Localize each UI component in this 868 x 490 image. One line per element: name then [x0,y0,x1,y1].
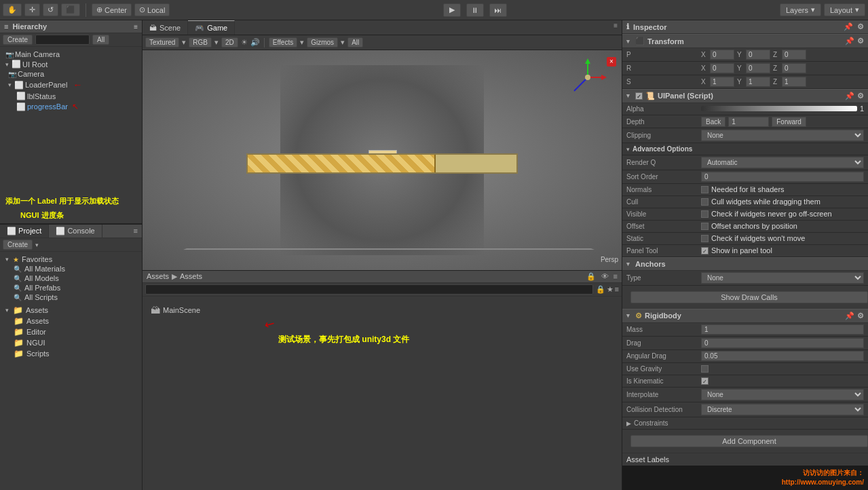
uipanel-enabled-checkbox[interactable] [635,92,643,100]
constraints-expand-icon[interactable]: ▶ [626,420,631,427]
depth-back-btn[interactable]: Back [701,117,725,127]
play-btn[interactable]: ▶ [443,3,461,17]
sort-order-input[interactable] [701,172,864,182]
depth-forward-btn[interactable]: Forward [772,117,806,127]
eye-icon[interactable]: 👁 [601,272,609,280]
fav-all-prefabs[interactable]: 🔍 All Prefabs [0,283,142,293]
scene-tab[interactable]: 🏔 Scene [143,20,188,35]
project-favorites[interactable]: ▾ ★ Favorites [0,255,142,264]
asset-search-input[interactable] [145,284,593,295]
asset-icon-1[interactable]: 🔒 [596,285,605,294]
hand-tool-btn[interactable]: ✋ [3,3,22,16]
anchors-type-dropdown[interactable]: None [701,272,864,284]
scene-viewport[interactable]: 70% Persp [143,50,622,270]
scale-y-input[interactable] [746,77,770,87]
effects-btn[interactable]: Effects [269,37,297,48]
tree-item-ui-root[interactable]: ▾ ⬜ UI Root [0,59,142,69]
tree-item-main-camera[interactable]: 📷 Main Camera [0,50,142,59]
assets-folder-ngui[interactable]: 📁 NGUI [0,337,142,348]
is-kinematic-checkbox[interactable] [701,377,709,385]
uipanel-expand-icon[interactable]: ▾ [626,92,630,99]
project-tab[interactable]: ⬜ Project [0,225,49,238]
pin-icon[interactable]: 📌 [844,22,853,31]
rigidbody-pin-icon[interactable]: 📌 [845,312,854,320]
rot-y-input[interactable] [746,63,770,73]
fav-all-scripts[interactable]: 🔍 All Scripts [0,293,142,302]
scale-tool-btn[interactable]: ⬛ [61,3,80,16]
pos-z-input[interactable] [782,50,806,60]
rot-x-input[interactable] [710,63,734,73]
interpolate-dropdown[interactable]: None [701,389,864,400]
anchors-expand-icon[interactable]: ▾ [626,261,630,267]
tree-item-progress-bar[interactable]: ⬜ progressBar ↖ [0,101,142,112]
hierarchy-create-btn[interactable]: Create [3,35,33,45]
transform-gear-icon[interactable]: ⚙ [857,37,864,45]
show-draw-calls-btn[interactable]: Show Draw Calls [630,291,868,303]
project-assets-root[interactable]: ▾ 📁 Assets [0,305,142,316]
assets-folder-assets[interactable]: 📁 Assets [0,316,142,326]
visible-checkbox[interactable] [701,210,709,218]
rot-z-input[interactable] [782,63,806,73]
layout-dropdown[interactable]: Layout ▾ [824,3,865,16]
textured-btn[interactable]: Textured [145,37,179,48]
use-gravity-checkbox[interactable] [701,365,709,373]
alpha-slider[interactable] [701,106,857,111]
2d-btn[interactable]: 2D [221,37,238,48]
asset-menu-icon[interactable]: ≡ [614,272,618,280]
uipanel-pin-icon[interactable]: 📌 [845,92,854,100]
panel-tool-checkbox[interactable] [701,247,709,255]
tree-item-camera[interactable]: 📷 Camera [0,69,142,79]
layers-dropdown[interactable]: Layers ▾ [780,3,821,16]
asset-icon-2[interactable]: ★ [607,285,614,294]
rgb-btn[interactable]: RGB [189,37,212,48]
lock-icon[interactable]: 🔒 [586,272,596,280]
asset-item-mainscene[interactable]: 🏔 MainScene [148,302,616,318]
tree-item-loader-panel[interactable]: ▾ ⬜ LoaderPanel ← [0,79,142,91]
rigidbody-gear-icon[interactable]: ⚙ [857,312,864,320]
pause-btn[interactable]: ⏸ [466,3,484,17]
render-q-dropdown[interactable]: Automatic [701,157,864,168]
scene-menu-btn[interactable]: ≡ [609,20,622,35]
static-checkbox[interactable] [701,235,709,242]
depth-input[interactable] [728,117,769,127]
assets-folder-scripts[interactable]: 📁 Scripts [0,348,142,359]
uipanel-gear-icon[interactable]: ⚙ [857,92,864,100]
scale-z-input[interactable] [782,77,806,87]
console-tab[interactable]: ⬜ Console [49,225,102,238]
hierarchy-search[interactable] [35,35,90,45]
transform-pin-icon[interactable]: 📌 [845,37,854,45]
hierarchy-menu-btn[interactable]: ≡ [134,23,138,31]
project-create-btn[interactable]: Create [3,240,33,250]
move-tool-btn[interactable]: ✛ [24,3,40,16]
mass-input[interactable] [701,324,864,335]
center-btn[interactable]: ⊕ Center [92,3,132,16]
assets-child-label[interactable]: Assets [180,272,202,280]
tree-item-lbl-status[interactable]: ⬜ lblStatus [0,91,142,101]
close-viewport-btn[interactable]: × [607,57,616,67]
transform-expand-icon[interactable]: ▾ [626,38,630,45]
rigidbody-expand-icon[interactable]: ▾ [626,312,630,319]
gizmos-btn[interactable]: Gizmos [307,37,338,48]
add-component-btn[interactable]: Add Component [630,435,868,447]
drag-input[interactable] [701,338,864,348]
advanced-expand-icon[interactable]: ▾ [626,146,630,153]
pos-x-input[interactable] [710,50,734,60]
game-tab[interactable]: 🎮 Game [188,20,235,35]
collision-dropdown[interactable]: Discrete [701,404,864,415]
pos-y-input[interactable] [746,50,770,60]
all-btn[interactable]: All [347,37,363,48]
light-icon[interactable]: ☀ [241,38,248,47]
rotate-tool-btn[interactable]: ↺ [43,3,58,16]
normals-checkbox[interactable] [701,186,709,193]
audio-icon[interactable]: 🔊 [250,38,260,47]
clipping-dropdown[interactable]: None [701,130,864,141]
cull-checkbox[interactable] [701,198,709,206]
fav-all-models[interactable]: 🔍 All Models [0,274,142,283]
offset-checkbox[interactable] [701,223,709,230]
local-btn[interactable]: ⊙ Local [134,3,170,16]
scale-x-input[interactable] [710,77,734,87]
asset-icon-3[interactable]: ≡ [615,285,619,294]
assets-folder-editor[interactable]: 📁 Editor [0,326,142,337]
project-menu-btn[interactable]: ≡ [130,225,142,238]
step-btn[interactable]: ⏭ [489,3,507,17]
